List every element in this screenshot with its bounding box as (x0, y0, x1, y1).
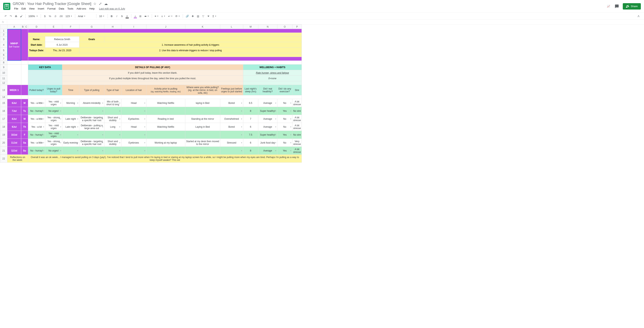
dropdown-cell[interactable]: ▼ (220, 147, 243, 155)
dropdown-cell[interactable]: Deliberate - targeting a specific hair r… (79, 115, 104, 123)
dropdown-cell[interactable]: Late night▼ (62, 115, 79, 123)
dropdown-cell[interactable]: Deliberate - targeting a specific hair r… (79, 139, 104, 147)
dropdown-cell[interactable]: Short and stubbly▼ (104, 115, 121, 123)
dropdown-cell[interactable]: Average▼ (258, 99, 277, 107)
details-header[interactable]: DETAILS OF PULLING (IF ANY) (62, 65, 243, 70)
sleep-cell[interactable]: 6 (243, 139, 258, 147)
wellbeing-note[interactable]: Rate hunger, stress and fatigue (243, 70, 302, 76)
activity-cell[interactable]: Working at my laptop (146, 139, 185, 147)
borders-button[interactable]: ⊞ (138, 14, 143, 19)
col-header[interactable]: O (277, 25, 292, 29)
link-button[interactable]: 🔗 (184, 14, 190, 19)
functions-dropdown[interactable]: Σ▼ (211, 14, 218, 19)
colhdr-exercise[interactable]: Did I do any exercise? (277, 85, 292, 95)
font-dropdown[interactable]: Arial▼ (77, 14, 95, 19)
document-title[interactable]: GROW : Your Hair Pulling Tracker [Google… (13, 2, 91, 6)
date-cell[interactable]: 6Jul (7, 99, 21, 107)
colhdr-urges[interactable]: Urges to pull today? (45, 85, 62, 95)
col-header[interactable]: H (104, 25, 121, 29)
valign-dropdown[interactable]: ⍿▼ (160, 14, 166, 19)
colhdr-sleep[interactable]: Last night's sleep (hrs) (243, 85, 258, 95)
goal-2[interactable]: 2. Use this data to eliminate triggers t… (79, 48, 302, 53)
menu-insert[interactable]: Insert (36, 6, 46, 11)
undo-button[interactable]: ↶ (3, 14, 8, 19)
dropdown-cell[interactable]: ▼ (79, 131, 104, 139)
dropdown-cell[interactable]: ▼ (104, 107, 121, 115)
dropdown-cell[interactable]: Yes - a little▼ (28, 115, 45, 123)
text-color-button[interactable]: A (125, 14, 130, 19)
colhdr-eat[interactable]: Did I eat healthily? (258, 85, 277, 95)
dropdown-cell[interactable]: Yes▼ (277, 131, 292, 139)
colhdr-stress[interactable]: Stre (292, 85, 302, 95)
activity-cell[interactable] (146, 131, 185, 139)
date-cell[interactable]: 10Jul (7, 131, 21, 139)
col-header[interactable]: L (220, 25, 243, 29)
dropdown-cell[interactable]: Super healthy!▼ (258, 131, 277, 139)
row-header[interactable]: 11 (0, 76, 7, 81)
move-icon[interactable]: ⤢ (99, 2, 102, 6)
dropdown-cell[interactable]: ▼ (220, 131, 243, 139)
dropdown-cell[interactable]: Junk food day▼ (258, 139, 277, 147)
dropdown-cell[interactable]: Stressed▼ (220, 139, 243, 147)
activity-cell[interactable]: Watching Netflix (146, 99, 185, 107)
filter-button[interactable]: ▽ (201, 14, 206, 19)
filter-views-dropdown[interactable]: ⏷ (206, 14, 211, 19)
row-header[interactable]: 16 (0, 107, 7, 115)
row-header[interactable]: 17 (0, 115, 7, 123)
stress-cell[interactable]: A bit stresse (292, 147, 302, 155)
keydata-header[interactable]: KEY DATA (28, 65, 62, 70)
dropdown-cell[interactable]: ▼ (104, 147, 121, 155)
dropdown-cell[interactable]: ▼ (220, 107, 243, 115)
dow-cell[interactable]: W (21, 115, 28, 123)
bold-button[interactable]: B (109, 14, 114, 19)
dropdown-cell[interactable]: Mix of both short & long▼ (104, 99, 121, 107)
today-label[interactable]: Todays Date: (28, 48, 45, 53)
col-header[interactable]: B (21, 25, 24, 29)
col-header[interactable]: N (258, 25, 277, 29)
print-button[interactable]: 🖶 (14, 14, 18, 19)
where-cell[interactable]: Started at my desk then moved to the mir… (185, 139, 220, 147)
last-edit-link[interactable]: Last edit was on 6 July (98, 6, 126, 11)
menu-data[interactable]: Data (57, 6, 66, 11)
row-header[interactable]: 9 (0, 65, 7, 70)
start-label[interactable]: Start date: (28, 42, 45, 48)
dropdown-cell[interactable]: No - hurray!▼ (28, 131, 45, 139)
halign-dropdown[interactable]: ≡▼ (154, 14, 160, 19)
dow-cell[interactable]: Th (21, 123, 28, 131)
date-cell[interactable]: 7Jul (7, 107, 21, 115)
row-header[interactable]: 20 (0, 139, 7, 147)
comment-button[interactable]: ✚ (190, 14, 195, 19)
dropdown-cell[interactable]: Yes - mild urges▼ (45, 99, 62, 107)
col-header[interactable]: E (45, 25, 62, 29)
row-header[interactable]: 13 (0, 85, 7, 95)
where-cell[interactable] (185, 147, 220, 155)
dropdown-cell[interactable]: No▼ (277, 115, 292, 123)
dropdown-cell[interactable]: Average▼ (258, 147, 277, 155)
sheets-logo-icon[interactable] (3, 3, 10, 10)
row-header[interactable]: 15 (0, 99, 7, 107)
dropdown-cell[interactable]: Yes - a little▼ (28, 99, 45, 107)
dropdown-cell[interactable]: Yes - mild urges▼ (45, 123, 62, 131)
colhdr-where[interactable]: Where were you while pulling? (eg. at th… (185, 85, 220, 95)
zoom-dropdown[interactable]: 100%▼ (27, 14, 39, 19)
dropdown-cell[interactable]: Yes - a lot▼ (28, 123, 45, 131)
dow-cell[interactable]: Tu (21, 107, 28, 115)
row-header[interactable]: 22 (0, 155, 7, 163)
dropdown-cell[interactable]: No▼ (277, 123, 292, 131)
dropdown-cell[interactable]: No▼ (277, 99, 292, 107)
dropdown-cell[interactable]: ▼ (121, 107, 146, 115)
where-cell[interactable]: Laying in Bed (185, 123, 220, 131)
dropdown-cell[interactable]: Average▼ (258, 123, 277, 131)
col-header[interactable]: P (292, 25, 302, 29)
dropdown-cell[interactable]: Yes▼ (277, 147, 292, 155)
dropdown-cell[interactable]: Bored▼ (220, 123, 243, 131)
row-header[interactable]: 7 (0, 57, 7, 61)
cloud-icon[interactable]: ☁ (104, 2, 108, 6)
where-cell[interactable] (185, 131, 220, 139)
fill-color-button[interactable]: ◬ (133, 14, 138, 19)
stress-cell[interactable]: A bit stresse (292, 115, 302, 123)
menu-edit[interactable]: Edit (20, 6, 27, 11)
row-header[interactable]: 12 (0, 81, 7, 85)
col-header[interactable]: M (243, 25, 258, 29)
goal-1[interactable]: 1. Increase awareness of hair pulling ac… (79, 42, 302, 48)
